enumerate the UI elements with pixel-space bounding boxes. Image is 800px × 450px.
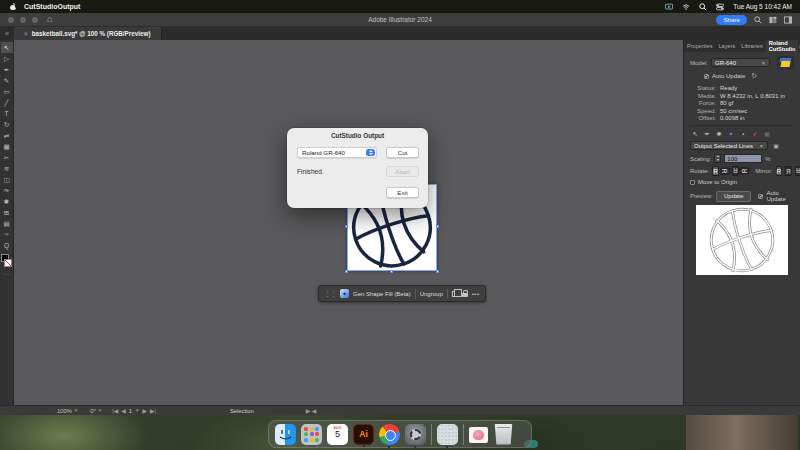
- selection-tool[interactable]: ↖: [1, 42, 13, 53]
- device-select[interactable]: Roland GR-640: [297, 147, 377, 158]
- scaling-label: Scaling:: [690, 156, 711, 162]
- search-icon[interactable]: [754, 16, 762, 24]
- selection-handle[interactable]: [436, 270, 439, 273]
- model-select[interactable]: GR-640 ▼: [711, 58, 770, 67]
- stepper-up-arrow: [369, 150, 373, 152]
- close-tab-icon[interactable]: ×: [24, 30, 28, 37]
- check-tool-icon[interactable]: ✔: [750, 129, 760, 138]
- running-indicator: [446, 446, 448, 448]
- update-preview-button[interactable]: Update: [716, 191, 751, 202]
- selection-handle[interactable]: [345, 270, 348, 273]
- move-to-origin-checkbox[interactable]: [690, 180, 695, 185]
- selection-handle[interactable]: [436, 225, 439, 228]
- width-tool[interactable]: ≋: [1, 163, 13, 174]
- tab-libraries[interactable]: Libraries: [738, 40, 765, 52]
- rectangle-tool[interactable]: ▭: [1, 86, 13, 97]
- last-artboard-button[interactable]: ▶|: [150, 408, 156, 414]
- blend-tool[interactable]: ✱: [1, 196, 13, 207]
- canvas[interactable]: ⋮⋮ ✦ Gen Shape Fill (Beta) Ungroup •••: [14, 40, 683, 405]
- next-artboard-button[interactable]: ▶: [142, 408, 146, 414]
- selection-handle[interactable]: [345, 225, 348, 228]
- artboard-tool[interactable]: ◫: [1, 174, 13, 185]
- spotlight-search-icon[interactable]: [699, 3, 707, 11]
- artboard-number-select[interactable]: 1: [129, 408, 132, 414]
- output-mode-select[interactable]: Output Selected Lines ▼: [690, 141, 768, 150]
- copy-icon[interactable]: [452, 291, 458, 297]
- tab-properties[interactable]: Properties: [684, 40, 716, 52]
- zoom-tool[interactable]: Q: [1, 240, 13, 251]
- curvature-tool[interactable]: ✎: [1, 75, 13, 86]
- magnet-tool-icon[interactable]: ✦: [726, 129, 736, 138]
- scissors-tool[interactable]: ✂: [1, 152, 13, 163]
- dock-trash-icon[interactable]: [493, 424, 514, 445]
- shapes-tool-icon[interactable]: ✱: [714, 129, 724, 138]
- dock-launchpad-icon[interactable]: [301, 424, 322, 445]
- exit-button[interactable]: Exit: [386, 187, 419, 198]
- hand-tool[interactable]: ☞: [1, 229, 13, 240]
- prev-artboard-button[interactable]: ◀: [121, 408, 125, 414]
- dock-photo-icon[interactable]: [469, 427, 488, 443]
- panel-toggle-icon[interactable]: [784, 16, 792, 24]
- rotate-90-button[interactable]: R: [720, 168, 730, 175]
- tab-collapse-icon[interactable]: «: [0, 27, 14, 40]
- apple-menu-icon[interactable]: [10, 4, 16, 10]
- dock-frosted-app-icon[interactable]: [437, 424, 458, 445]
- stepper-down-arrow: [369, 153, 373, 155]
- auto-update-checkbox[interactable]: [704, 74, 709, 79]
- cursor-tool-icon[interactable]: ↖: [690, 129, 700, 138]
- rotate-tool[interactable]: ↻: [1, 119, 13, 130]
- pen-tool-icon[interactable]: ✒: [702, 129, 712, 138]
- control-center-icon[interactable]: [716, 3, 724, 11]
- tab-roland-cutstudio[interactable]: Roland CutStudio: [766, 40, 799, 52]
- type-tool[interactable]: T: [1, 108, 13, 119]
- selection-handle[interactable]: [390, 270, 393, 273]
- rotate-270-button[interactable]: R: [740, 168, 750, 175]
- square-tool-icon[interactable]: ▪: [738, 129, 748, 138]
- refresh-icon[interactable]: ↻: [751, 72, 757, 80]
- more-options-icon[interactable]: •••: [472, 291, 480, 297]
- preview-auto-update-checkbox[interactable]: [758, 194, 763, 199]
- ungroup-button[interactable]: Ungroup: [420, 291, 443, 297]
- eyedropper-tool[interactable]: ✑: [1, 185, 13, 196]
- grid-tool-icon[interactable]: ▦: [762, 129, 772, 138]
- document-tab[interactable]: × basketball.svg* @ 100 % (RGB/Preview): [14, 27, 162, 40]
- edit-toolbar-icon[interactable]: ···: [3, 271, 11, 277]
- dock-calendar-icon[interactable]: AUG 5: [327, 424, 348, 445]
- active-app-menu[interactable]: CutStudioOutput: [24, 3, 80, 10]
- rotate-0-button[interactable]: R: [712, 166, 719, 176]
- tab-layers[interactable]: Layers: [716, 40, 739, 52]
- drag-handle-icon[interactable]: ⋮⋮: [324, 290, 336, 298]
- scale-tool[interactable]: ⇄: [1, 130, 13, 141]
- scaling-stepper[interactable]: ▲▼: [714, 154, 721, 163]
- dock-chrome-icon[interactable]: [379, 424, 400, 445]
- dock-finder-icon[interactable]: [275, 424, 296, 445]
- scaling-input[interactable]: 100: [724, 154, 762, 163]
- wifi-icon[interactable]: [682, 3, 690, 11]
- workspace-switcher-icon[interactable]: [769, 16, 777, 24]
- gen-shape-fill-button[interactable]: Gen Shape Fill (Beta): [353, 291, 411, 297]
- document-tab-label: basketball.svg* @ 100 % (RGB/Preview): [32, 30, 151, 37]
- stroke-swatch[interactable]: [4, 259, 12, 267]
- rotation-select[interactable]: 0° ▼: [90, 408, 102, 414]
- mirror-none-button[interactable]: R: [776, 166, 783, 176]
- mirror-vertical-button[interactable]: R: [795, 166, 800, 176]
- menu-bar-clock[interactable]: Tue Aug 5 10:42 AM: [733, 3, 792, 10]
- basketball-cut-preview: [696, 205, 788, 275]
- symbol-tool[interactable]: ⊞: [1, 207, 13, 218]
- direct-selection-tool[interactable]: ▷: [1, 53, 13, 64]
- mirror-horizontal-button[interactable]: R: [785, 166, 792, 176]
- duplicate-icon[interactable]: ▣: [771, 141, 781, 150]
- lock-icon[interactable]: [462, 293, 468, 298]
- line-tool[interactable]: ╱: [1, 97, 13, 108]
- pen-tool[interactable]: ✒: [1, 64, 13, 75]
- rotate-180-button[interactable]: R: [732, 166, 739, 176]
- screen-mirroring-icon[interactable]: [665, 3, 673, 11]
- share-button[interactable]: Share: [716, 15, 747, 25]
- dock-illustrator-icon[interactable]: Ai: [353, 424, 374, 445]
- dock-settings-icon[interactable]: [405, 424, 426, 445]
- shape-builder-tool[interactable]: ▦: [1, 141, 13, 152]
- cut-button[interactable]: Cut: [386, 147, 419, 158]
- first-artboard-button[interactable]: |◀: [112, 408, 118, 414]
- graph-tool[interactable]: ▤: [1, 218, 13, 229]
- zoom-level-select[interactable]: 100% ▼: [57, 408, 78, 414]
